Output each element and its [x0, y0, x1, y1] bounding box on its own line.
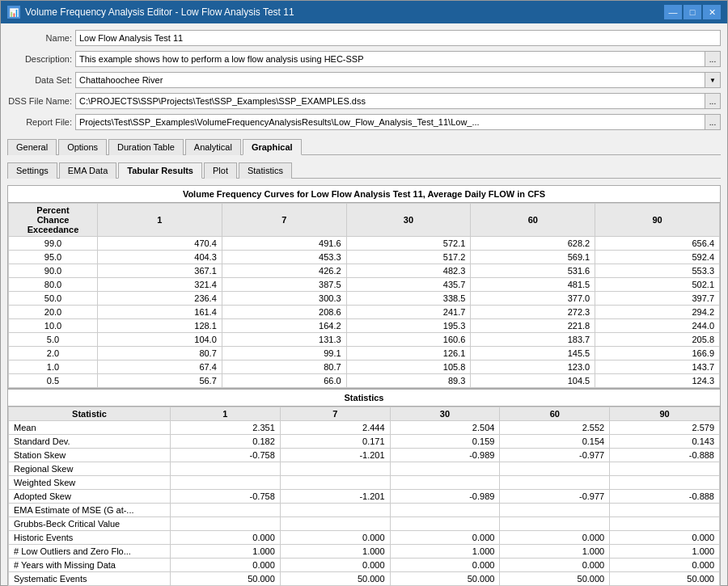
table-cell-col3: 89.3 [346, 374, 471, 388]
table-cell-col4: 123.0 [471, 360, 595, 374]
table-cell-col0: 80.0 [9, 278, 98, 292]
table-cell-col2: 491.6 [222, 237, 346, 251]
title-bar-left: 📊 Volume Frequency Analysis Editor - Low… [7, 6, 294, 19]
minimize-button[interactable]: — [664, 5, 682, 19]
stat-cell-col5: 0.143 [610, 435, 720, 449]
table-cell-col5: 502.1 [595, 278, 720, 292]
table-cell-col5: 553.3 [595, 264, 720, 278]
subtab-statistics[interactable]: Statistics [239, 162, 292, 179]
dataset-input[interactable] [75, 72, 705, 88]
stat-cell-col1 [171, 504, 281, 517]
window-controls: — □ ✕ [664, 5, 721, 19]
name-input[interactable] [75, 30, 721, 46]
table-cell-col4: 221.8 [471, 319, 595, 333]
table-cell-col4: 145.5 [471, 347, 595, 360]
dataset-label: Data Set: [7, 75, 72, 85]
table-row: 1.067.480.7105.8123.0143.7 [9, 360, 720, 374]
subtab-settings[interactable]: Settings [7, 162, 57, 179]
table-cell-col3: 338.5 [346, 292, 471, 306]
table-cell-col3: 517.2 [346, 251, 471, 264]
table-cell-col1: 404.3 [98, 251, 222, 264]
stat-cell-col0: Adopted Skew [9, 490, 171, 504]
stat-cell-col1 [171, 476, 281, 490]
main-tabs: General Options Duration Table Analytica… [7, 138, 721, 155]
table-cell-col5: 656.4 [595, 237, 720, 251]
subtab-ema-data[interactable]: EMA Data [59, 162, 117, 179]
table-cell-col2: 99.1 [222, 347, 346, 360]
col-header-pce: PercentChanceExceedance [9, 204, 98, 237]
stat-cell-col1 [171, 462, 281, 476]
stat-cell-col2: 0.000 [280, 559, 390, 572]
stat-cell-col0: Historic Events [9, 531, 171, 545]
table-row: 20.0161.4208.6241.7272.3294.2 [9, 306, 720, 319]
stat-cell-col0: # Low Outliers and Zero Flo... [9, 545, 171, 559]
stat-cell-col1: 0.000 [171, 559, 281, 572]
stat-cell-col1: 2.351 [171, 421, 281, 435]
stat-cell-col1: -0.758 [171, 490, 281, 504]
table-cell-col2: 80.7 [222, 360, 346, 374]
stat-cell-col3: 2.504 [390, 421, 500, 435]
dataset-dropdown-button[interactable]: ▼ [705, 72, 721, 88]
stat-cell-col4: 50.000 [500, 572, 610, 586]
description-input[interactable] [75, 51, 705, 67]
stat-cell-col0: # Years with Missing Data [9, 559, 171, 572]
table-row: Station Skew-0.758-1.201-0.989-0.977-0.8… [9, 449, 720, 462]
stat-cell-col5 [610, 476, 720, 490]
stat-cell-col2: 2.444 [280, 421, 390, 435]
stat-cell-col3: 0.000 [390, 559, 500, 572]
table-cell-col3: 160.6 [346, 333, 471, 347]
table-row: Standard Dev.0.1820.1710.1590.1540.143 [9, 435, 720, 449]
stat-cell-col3: -0.989 [390, 490, 500, 504]
stat-cell-col4: -0.977 [500, 449, 610, 462]
tab-graphical[interactable]: Graphical [243, 139, 302, 155]
table-row: Regional Skew [9, 462, 720, 476]
name-label: Name: [7, 33, 72, 43]
col-header-1: 1 [98, 204, 222, 237]
subtab-plot[interactable]: Plot [204, 162, 237, 179]
stat-cell-col4: 2.552 [500, 421, 610, 435]
dss-input[interactable] [75, 93, 705, 109]
tab-general[interactable]: General [7, 139, 57, 155]
stat-cell-col0: Systematic Events [9, 572, 171, 586]
description-browse-button[interactable]: ... [705, 51, 721, 67]
table-cell-col4: 104.5 [471, 374, 595, 388]
close-button[interactable]: ✕ [703, 5, 721, 19]
stat-cell-col5 [610, 504, 720, 517]
table-cell-col1: 236.4 [98, 292, 222, 306]
tab-analytical[interactable]: Analytical [185, 139, 241, 155]
dss-browse-button[interactable]: ... [705, 93, 721, 109]
report-input[interactable] [75, 114, 705, 130]
table-cell-col2: 131.3 [222, 333, 346, 347]
description-label: Description: [7, 54, 72, 64]
window-title: Volume Frequency Analysis Editor - Low F… [25, 6, 294, 18]
stat-cell-col1: 1.000 [171, 545, 281, 559]
tab-options[interactable]: Options [58, 139, 107, 155]
stat-cell-col0: Mean [9, 421, 171, 435]
table-cell-col1: 80.7 [98, 347, 222, 360]
report-browse-button[interactable]: ... [705, 114, 721, 130]
stat-cell-col5: 0.000 [610, 531, 720, 545]
report-row: Report File: ... [7, 114, 721, 130]
table-cell-col2: 453.3 [222, 251, 346, 264]
dss-row: DSS File Name: ... [7, 93, 721, 109]
main-table-scroll[interactable]: PercentChanceExceedance 1 7 30 60 90 99.… [8, 203, 720, 388]
table-row: EMA Estimate of MSE (G at-... [9, 504, 720, 517]
subtab-tabular-results[interactable]: Tabular Results [118, 162, 202, 179]
content-area: Name: Description: ... Data Set: ▼ DSS F… [1, 23, 727, 586]
stat-cell-col5: 1.000 [610, 545, 720, 559]
stat-cell-col1: 0.182 [171, 435, 281, 449]
table-cell-col5: 592.4 [595, 251, 720, 264]
stat-cell-col4: 1.000 [500, 545, 610, 559]
table-cell-col0: 90.0 [9, 264, 98, 278]
tab-duration-table[interactable]: Duration Table [108, 139, 184, 155]
statistics-table: Statistic 1 7 30 60 90 Mean2.3512.4442.5… [8, 407, 720, 586]
table-cell-col4: 481.5 [471, 278, 595, 292]
table-cell-col4: 531.6 [471, 264, 595, 278]
table-cell-col2: 387.5 [222, 278, 346, 292]
maximize-button[interactable]: □ [684, 5, 701, 19]
table-row: 5.0104.0131.3160.6183.7205.8 [9, 333, 720, 347]
stat-cell-col0: Grubbs-Beck Critical Value [9, 517, 171, 531]
stat-cell-col3: 0.000 [390, 531, 500, 545]
stat-cell-col0: Regional Skew [9, 462, 171, 476]
table-cell-col4: 569.1 [471, 251, 595, 264]
